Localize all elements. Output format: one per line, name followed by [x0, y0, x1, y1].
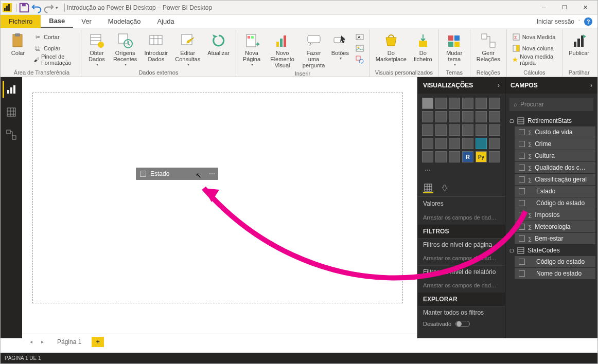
page-tab-1[interactable]: Página 1 [49, 336, 90, 348]
tab-ver[interactable]: Ver [73, 15, 100, 28]
data-view-button[interactable] [3, 104, 20, 120]
recent-sources-button[interactable]: OrigensRecentes [110, 31, 140, 68]
report-canvas[interactable]: Estado ⋯ ↖ [32, 93, 403, 303]
report-view-button[interactable] [3, 81, 19, 98]
prev-page-button[interactable]: ◂ [26, 337, 36, 347]
field-row[interactable]: ∑Bem-estar [515, 233, 595, 244]
vis-type-icon[interactable] [422, 124, 433, 136]
format-tab[interactable] [439, 183, 450, 193]
field-checkbox[interactable] [519, 129, 525, 135]
vis-type-r[interactable]: R [462, 151, 473, 162]
file-tab[interactable]: Ficheiro [1, 15, 41, 28]
table-header[interactable]: ▢RetirementStats [505, 115, 597, 126]
field-checkbox[interactable] [519, 212, 525, 218]
field-drag-chip[interactable]: Estado ⋯ [136, 168, 218, 180]
minimize-button[interactable]: ─ [534, 1, 554, 15]
field-checkbox[interactable] [519, 259, 525, 265]
vis-type-icon[interactable] [422, 138, 433, 149]
next-page-button[interactable]: ▸ [38, 337, 47, 347]
vis-type-icon[interactable] [435, 111, 447, 122]
get-data-button[interactable]: ObterDados [84, 31, 109, 68]
field-row[interactable]: ∑Meteorologia [515, 221, 595, 232]
field-checkbox[interactable] [519, 188, 525, 194]
vis-type-icon[interactable] [462, 124, 473, 136]
publish-button[interactable]: Publicar [566, 31, 592, 57]
vis-type-icon[interactable] [476, 124, 487, 136]
enter-data-button[interactable]: IntroduzirDados [141, 31, 171, 63]
report-filters-drop[interactable]: Arrastar os campos de dad… [418, 278, 505, 293]
manage-relations-button[interactable]: GerirRelações [473, 31, 503, 63]
vis-type-icon[interactable] [489, 124, 500, 136]
field-row[interactable]: ∑Cultura [515, 150, 595, 161]
new-measure-button[interactable]: ΣNova Medida [510, 31, 559, 43]
new-page-button[interactable]: ✦NovaPágina [239, 31, 264, 68]
format-painter-button[interactable]: 🖌Pincel de Formatação [31, 54, 78, 65]
field-row[interactable]: Código do estado [515, 256, 595, 267]
cut-button[interactable]: ✂Cortar [31, 31, 78, 43]
tab-modelacao[interactable]: Modelação [100, 15, 149, 28]
page-filters-drop[interactable]: Arrastar os campos de dad… [418, 251, 505, 265]
vis-type-icon[interactable] [489, 111, 500, 122]
vis-type-icon[interactable] [489, 151, 500, 162]
vis-type-icon[interactable] [435, 124, 447, 136]
vis-type-icon[interactable] [476, 111, 487, 122]
field-row[interactable]: ∑Custo de vida [515, 126, 595, 138]
field-row[interactable]: ∑Crime [515, 138, 595, 150]
maximize-button[interactable]: ☐ [554, 1, 575, 15]
shapes-button[interactable] [354, 54, 366, 65]
field-row[interactable]: Estado [515, 186, 595, 197]
quick-measure-button[interactable]: Nova medida rápida [510, 54, 559, 65]
new-column-button[interactable]: Nova coluna [510, 43, 559, 54]
field-checkbox[interactable] [519, 141, 525, 147]
table-header[interactable]: ▢StateCodes [505, 245, 597, 256]
vis-type-icon[interactable] [476, 98, 487, 109]
vis-type-icon[interactable] [435, 151, 447, 162]
field-checkbox[interactable] [519, 270, 525, 277]
vis-type-icon[interactable] [422, 151, 433, 162]
values-drop[interactable]: Arrastar os campos de dad… [418, 210, 505, 225]
field-checkbox[interactable] [519, 200, 525, 206]
vis-more-icon[interactable]: ⋯ [422, 165, 433, 176]
marketplace-button[interactable]: DoMarketplace [373, 31, 410, 63]
paste-button[interactable]: Colar [6, 31, 30, 57]
vis-type-icon[interactable] [489, 138, 500, 149]
help-icon[interactable]: ? [584, 17, 592, 26]
tab-base[interactable]: Base [41, 15, 73, 28]
add-page-button[interactable]: + [92, 337, 104, 347]
redo-button[interactable] [43, 2, 55, 13]
vis-type-icon[interactable] [462, 98, 473, 109]
vis-type-icon[interactable] [462, 111, 473, 122]
copy-button[interactable]: ⿻Copiar [31, 43, 78, 54]
field-row[interactable]: ∑Qualidade dos c… [515, 162, 595, 173]
vis-type-icon[interactable] [449, 111, 460, 122]
vis-type-icon[interactable] [435, 138, 447, 149]
from-file-button[interactable]: Doficheiro [411, 31, 435, 63]
field-row[interactable]: Código do estado [515, 197, 595, 209]
ask-question-button[interactable]: Fazer umapergunta [301, 31, 327, 69]
vis-pane-header[interactable]: VISUALIZAÇÕES› [418, 77, 505, 94]
vis-type-icon[interactable] [476, 138, 487, 149]
vis-type-icon[interactable] [489, 98, 500, 109]
tab-ajuda[interactable]: Ajuda [149, 15, 182, 28]
field-checkbox[interactable] [519, 235, 525, 242]
vis-type-icon[interactable] [449, 124, 460, 136]
vis-type-py[interactable]: Py [476, 151, 487, 162]
edit-queries-button[interactable]: EditarConsultas [172, 31, 203, 68]
switch-theme-button[interactable]: Mudartema [442, 31, 467, 68]
field-checkbox[interactable] [519, 165, 525, 171]
close-button[interactable]: ✕ [575, 1, 595, 15]
vis-type-icon[interactable] [462, 138, 473, 149]
fields-tab[interactable] [423, 183, 433, 193]
fields-pane-header[interactable]: CAMPOS› [505, 77, 597, 94]
field-checkbox[interactable] [519, 153, 525, 159]
vis-type-icon[interactable] [449, 98, 460, 109]
vis-type-icon[interactable] [449, 151, 460, 162]
field-row[interactable]: Nome do estado [515, 268, 595, 279]
vis-type-icon[interactable] [422, 98, 433, 109]
field-row[interactable]: ∑Impostos [515, 209, 595, 221]
fields-search[interactable]: ⌕ Procurar [509, 98, 593, 111]
field-checkbox[interactable] [519, 224, 525, 230]
textbox-button[interactable]: A [354, 31, 366, 43]
buttons-button[interactable]: Botões [328, 31, 353, 62]
field-row[interactable]: ∑Classificação geral [515, 174, 595, 185]
